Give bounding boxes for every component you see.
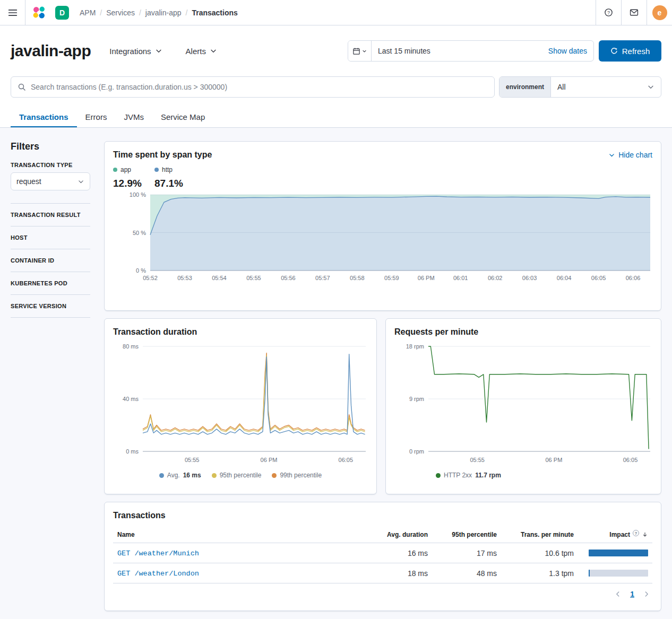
transaction-type-select[interactable]: request — [11, 172, 90, 190]
p95-legend-dot — [212, 473, 217, 478]
elastic-logo-icon — [32, 6, 46, 19]
transaction-link-munich[interactable]: GET /weather/Munich — [117, 550, 199, 557]
column-header-avg-duration: Avg. duration — [352, 527, 432, 543]
refresh-label: Refresh — [622, 47, 650, 56]
avg-duration-value: 18 ms — [352, 563, 432, 583]
transaction-duration-panel: Transaction duration 0 ms40 ms80 ms05:55… — [104, 318, 377, 494]
p95-value: 48 ms — [432, 563, 501, 583]
integrations-label: Integrations — [109, 47, 151, 56]
transaction-type-value: request — [16, 177, 41, 186]
avg-legend-value: 16 ms — [183, 472, 201, 479]
http-legend-dot — [154, 168, 159, 172]
space-badge[interactable]: D — [55, 6, 69, 20]
filters-sidebar: Filters TRANSACTION TYPE request TRANSAC… — [11, 141, 90, 318]
filter-section-transaction-result[interactable]: TRANSACTION RESULT — [11, 204, 90, 226]
impact-label: Impact — [609, 531, 630, 538]
filter-section-host[interactable]: HOST — [11, 226, 90, 249]
tab-jvms[interactable]: JVMs — [115, 106, 152, 127]
rpm-title: Requests per minute — [394, 327, 478, 336]
menu-icon[interactable] — [0, 0, 25, 25]
search-input[interactable] — [31, 83, 488, 91]
svg-text:06:04: 06:04 — [557, 275, 572, 281]
legend-item-p99[interactable]: 99th percentile — [272, 472, 322, 479]
http-percentage: 87.1% — [154, 178, 196, 189]
mail-icon[interactable] — [621, 0, 647, 25]
column-header-impact[interactable]: Impact ? — [578, 527, 652, 543]
svg-text:05:54: 05:54 — [212, 275, 227, 281]
environment-label: environment — [499, 77, 551, 97]
span-type-chart[interactable]: 0 %50 %100 %05:5205:5305:5405:5505:5605:… — [113, 191, 653, 284]
refresh-button[interactable]: Refresh — [599, 40, 661, 62]
chevron-down-icon — [77, 178, 84, 185]
table-header-row: Name Avg. duration 95th percentile Trans… — [113, 527, 652, 543]
filter-section-container-id[interactable]: CONTAINER ID — [11, 249, 90, 272]
svg-text:06:03: 06:03 — [522, 275, 537, 281]
duration-legend: Avg. 16 ms 95th percentile 99th percenti… — [113, 472, 368, 479]
breadcrumb-item-services[interactable]: Services — [106, 8, 135, 17]
legend-item-http2xx[interactable]: HTTP 2xx 11.7 rpm — [436, 472, 501, 479]
alerts-menu-button[interactable]: Alerts — [186, 47, 217, 56]
show-dates-link[interactable]: Show dates — [548, 47, 593, 55]
alerts-label: Alerts — [186, 47, 206, 56]
hamburger-icon — [8, 8, 18, 18]
breadcrumb-separator: / — [186, 8, 188, 17]
elastic-logo[interactable] — [25, 0, 52, 25]
span-type-title: Time spent by span type — [113, 150, 212, 160]
breadcrumb-item-apm[interactable]: APM — [80, 8, 96, 17]
integrations-menu-button[interactable]: Integrations — [109, 47, 162, 56]
next-page-icon[interactable] — [643, 590, 650, 598]
legend-item-http[interactable]: http — [154, 166, 196, 173]
date-picker: Last 15 minutes Show dates — [348, 40, 594, 62]
topbar-actions: ? e — [596, 0, 672, 25]
tab-transactions[interactable]: Transactions — [11, 106, 77, 127]
span-type-percentages: 12.9% 87.1% — [113, 178, 652, 189]
tpm-value: 1.3 tpm — [501, 563, 578, 583]
legend-item-app[interactable]: app — [113, 166, 154, 173]
transaction-link-london[interactable]: GET /weather/London — [117, 570, 199, 578]
transaction-duration-chart[interactable]: 0 ms40 ms80 ms05:5506 PM06:05 — [113, 340, 369, 466]
breadcrumb-separator: / — [139, 8, 141, 17]
duration-title: Transaction duration — [113, 327, 197, 336]
svg-text:06:01: 06:01 — [453, 275, 468, 281]
quick-select-button[interactable] — [348, 41, 372, 61]
filter-section-kubernetes-pod[interactable]: KUBERNETES POD — [11, 272, 90, 295]
svg-text:06 PM: 06 PM — [546, 457, 563, 463]
impact-bar-fill — [589, 550, 648, 556]
svg-text:05:55: 05:55 — [246, 275, 261, 281]
filter-section-service-version[interactable]: SERVICE VERSION — [11, 295, 90, 318]
http2xx-legend-value: 11.7 rpm — [475, 472, 501, 479]
svg-text:50 %: 50 % — [133, 230, 146, 236]
column-header-name: Name — [113, 527, 352, 543]
page-number[interactable]: 1 — [630, 590, 634, 598]
service-header: javalin-app Integrations Alerts Last 15 … — [11, 38, 661, 64]
sort-descending-icon — [642, 531, 648, 538]
legend-item-avg[interactable]: Avg. 16 ms — [159, 472, 201, 479]
svg-text:100 %: 100 % — [130, 191, 146, 198]
transaction-type-label: TRANSACTION TYPE — [11, 162, 90, 168]
svg-text:06:06: 06:06 — [626, 275, 641, 281]
help-icon[interactable]: ? — [596, 0, 621, 25]
svg-text:05:56: 05:56 — [281, 275, 296, 281]
svg-text:05:58: 05:58 — [350, 275, 365, 281]
rpm-legend: HTTP 2xx 11.7 rpm — [436, 472, 652, 479]
impact-info-icon[interactable]: ? — [633, 530, 639, 536]
previous-page-icon[interactable] — [614, 590, 622, 598]
hide-chart-link[interactable]: Hide chart — [608, 151, 652, 159]
tab-errors[interactable]: Errors — [77, 106, 116, 127]
user-menu-button[interactable]: e — [647, 0, 672, 25]
legend-item-p95[interactable]: 95th percentile — [212, 472, 262, 479]
environment-select[interactable]: All — [551, 77, 661, 97]
time-range-value[interactable]: Last 15 minutes — [372, 41, 548, 61]
filters-title: Filters — [11, 141, 90, 152]
hide-chart-label: Hide chart — [618, 151, 652, 159]
p99-legend-dot — [272, 473, 277, 478]
requests-per-minute-chart[interactable]: 0 rpm9 rpm18 rpm05:5506 PM06:05 — [394, 340, 653, 466]
tab-service-map[interactable]: Service Map — [152, 106, 213, 127]
table-row: GET /weather/Munich 16 ms 17 ms 10.6 tpm — [113, 543, 652, 563]
breadcrumb-item-service[interactable]: javalin-app — [145, 8, 182, 17]
table-row: GET /weather/London 18 ms 48 ms 1.3 tpm — [113, 563, 652, 583]
span-type-panel: Time spent by span type Hide chart app h… — [104, 141, 661, 311]
chevron-down-icon — [647, 83, 654, 91]
service-tabs: Transactions Errors JVMs Service Map — [11, 106, 661, 127]
impact-bar-fill — [589, 570, 590, 577]
